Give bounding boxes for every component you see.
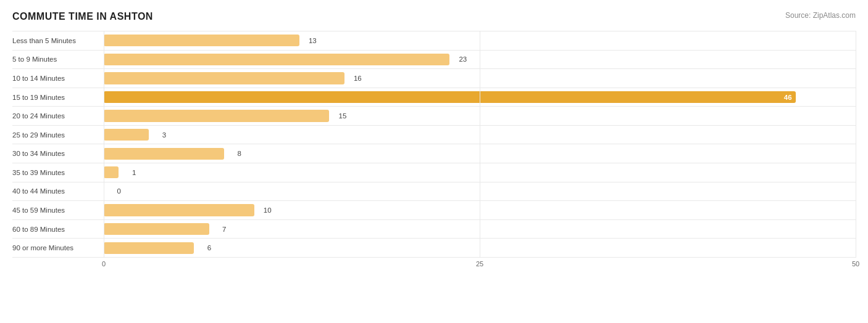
bar-label: 30 to 34 Minutes: [12, 150, 104, 157]
chart-header: COMMUTE TIME IN ASHTON Source: ZipAtlas.…: [12, 11, 856, 22]
bar-label: 35 to 39 Minutes: [12, 169, 104, 176]
bar-area: 46: [104, 88, 856, 107]
bar-rows: Less than 5 Minutes135 to 9 Minutes2310 …: [12, 31, 856, 258]
bar-row: 15 to 19 Minutes46: [12, 88, 856, 107]
bar-area: 1: [104, 163, 856, 182]
bar-fill: 8: [104, 148, 224, 160]
x-axis: 02550: [104, 260, 856, 274]
bar-row: Less than 5 Minutes13: [12, 31, 856, 51]
bar-area: 0: [104, 182, 856, 201]
bar-value: 15: [339, 112, 347, 120]
bar-label: 60 to 89 Minutes: [12, 226, 104, 233]
bar-area: 7: [104, 220, 856, 239]
bar-row: 35 to 39 Minutes1: [12, 163, 856, 182]
bar-row: 90 or more Minutes6: [12, 239, 856, 258]
bar-fill: 3: [104, 129, 149, 141]
bar-label: 40 to 44 Minutes: [12, 187, 104, 195]
bar-row: 45 to 59 Minutes10: [12, 201, 856, 220]
bar-fill: 16: [104, 72, 344, 84]
bar-row: 60 to 89 Minutes7: [12, 220, 856, 239]
bar-area: 23: [104, 51, 856, 69]
x-tick: 0: [102, 260, 106, 268]
bar-row: 10 to 14 Minutes16: [12, 69, 856, 88]
bar-fill: 46: [104, 91, 796, 103]
bar-label: 20 to 24 Minutes: [12, 112, 104, 120]
bar-fill: 6: [104, 242, 194, 254]
bar-label: 90 or more Minutes: [12, 244, 104, 251]
bar-value: 46: [784, 94, 792, 101]
bar-fill: 7: [104, 223, 209, 235]
bar-row: 40 to 44 Minutes0: [12, 182, 856, 202]
bar-value: 13: [309, 37, 317, 44]
bar-fill: 13: [104, 35, 299, 46]
bar-fill: 10: [104, 204, 254, 216]
bar-value: 10: [264, 206, 272, 214]
bar-area: 16: [104, 69, 856, 88]
bar-area: 6: [104, 239, 856, 257]
chart-title: COMMUTE TIME IN ASHTON: [12, 11, 153, 22]
chart-source: Source: ZipAtlas.com: [785, 11, 856, 20]
bar-value: 8: [237, 150, 241, 157]
bar-row: 30 to 34 Minutes8: [12, 144, 856, 163]
bar-row: 25 to 29 Minutes3: [12, 126, 856, 145]
bar-value: 23: [459, 55, 467, 63]
bar-area: 3: [104, 126, 856, 144]
x-tick: 50: [852, 260, 859, 268]
bar-value: 1: [132, 169, 136, 176]
bar-label: 5 to 9 Minutes: [12, 55, 104, 63]
chart-container: COMMUTE TIME IN ASHTON Source: ZipAtlas.…: [0, 0, 868, 323]
bar-value: 16: [354, 75, 362, 82]
bar-fill: 23: [104, 54, 449, 65]
bar-fill: 1: [104, 166, 119, 178]
bar-area: 8: [104, 144, 856, 163]
bar-area: 15: [104, 107, 856, 125]
bar-value: 6: [207, 244, 211, 251]
bar-area: 10: [104, 201, 856, 219]
bar-label: Less than 5 Minutes: [12, 37, 104, 44]
bar-value: 7: [222, 226, 226, 233]
bar-row: 5 to 9 Minutes23: [12, 51, 856, 70]
bar-label: 15 to 19 Minutes: [12, 94, 104, 101]
bar-label: 10 to 14 Minutes: [12, 75, 104, 82]
bar-fill: 15: [104, 110, 329, 121]
bar-area: 13: [104, 31, 856, 50]
bar-label: 45 to 59 Minutes: [12, 206, 104, 214]
chart-body: Less than 5 Minutes135 to 9 Minutes2310 …: [12, 31, 856, 275]
bar-value: 0: [117, 187, 121, 195]
x-tick: 25: [476, 260, 483, 268]
bar-row: 20 to 24 Minutes15: [12, 107, 856, 126]
bar-label: 25 to 29 Minutes: [12, 131, 104, 139]
bar-value: 3: [162, 131, 166, 139]
